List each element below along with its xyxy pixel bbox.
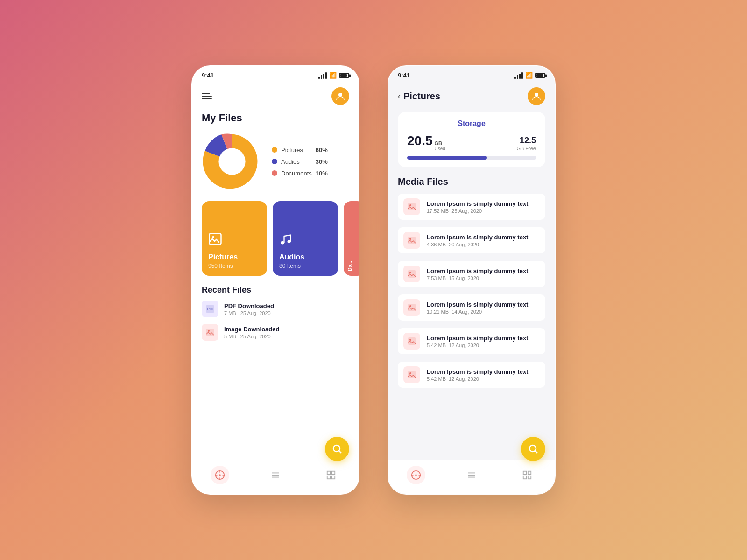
media-icon-box-3 bbox=[403, 299, 420, 316]
legend-pct-documents: 10% bbox=[316, 170, 328, 177]
svg-rect-29 bbox=[408, 337, 416, 345]
nav-home-button[interactable] bbox=[211, 466, 229, 484]
card-audios[interactable]: Audios 80 Items bbox=[273, 201, 338, 276]
search-fab-button-2[interactable] bbox=[521, 437, 545, 461]
file-item-image[interactable]: Image Downloaded 5 MB 25 Aug, 2020 bbox=[202, 324, 349, 341]
pdf-icon: PDF bbox=[205, 304, 215, 314]
status-icons-1: 📶 bbox=[318, 72, 349, 79]
hamburger-line bbox=[202, 96, 212, 97]
signal-icon bbox=[318, 72, 327, 79]
chart-section: Pictures 60% Audios 30% Documents 10% bbox=[192, 131, 359, 201]
media-item-name-4: Lorem Ipsum is simply dummy text bbox=[427, 335, 528, 342]
search-fab-icon bbox=[332, 444, 342, 454]
media-item-0[interactable]: Lorem Ipsum is simply dummy text 17.52 M… bbox=[398, 194, 545, 220]
svg-point-33 bbox=[529, 445, 536, 452]
wifi-icon-2: 📶 bbox=[525, 72, 533, 79]
status-time-1: 9:41 bbox=[202, 72, 214, 79]
avatar-button[interactable] bbox=[331, 87, 349, 105]
card-pictures-count: 950 Items bbox=[208, 263, 261, 269]
legend-dot-audios bbox=[272, 159, 277, 164]
back-button[interactable]: ‹ Pictures bbox=[398, 91, 440, 102]
compass-icon-2 bbox=[411, 470, 421, 480]
svg-point-8 bbox=[208, 330, 210, 332]
nav-grid-button-2[interactable] bbox=[518, 466, 536, 484]
media-file-icon-5 bbox=[407, 370, 416, 379]
search-fab-button[interactable] bbox=[325, 437, 349, 461]
user-icon-2 bbox=[532, 91, 541, 101]
media-icon-box-2 bbox=[403, 266, 420, 282]
card-audios-count: 80 Items bbox=[279, 263, 331, 269]
pie-chart bbox=[202, 131, 262, 192]
media-item-name-5: Lorem Ipsum is simply dummy text bbox=[427, 368, 528, 375]
svg-point-28 bbox=[409, 305, 411, 307]
phone-screen-1: 9:41 📶 My Files bbox=[191, 65, 359, 495]
media-item-meta-1: 4.36 MB 20 Aug, 2020 bbox=[427, 242, 528, 247]
nav-list-button-2[interactable] bbox=[462, 466, 481, 484]
signal-icon-2 bbox=[514, 72, 523, 79]
media-item-1[interactable]: Lorem Ipsum is simply dummy text 4.36 MB… bbox=[398, 227, 545, 253]
phone-screen-2: 9:41 📶 ‹ Pictures Stor bbox=[388, 65, 556, 495]
card-documents-partial[interactable]: Do... bbox=[344, 201, 359, 276]
card-pictures[interactable]: Pictures 950 Items bbox=[202, 201, 267, 276]
image-icon bbox=[208, 232, 222, 246]
avatar-button-2[interactable] bbox=[528, 87, 545, 105]
storage-used: 20.5 GB Used bbox=[407, 133, 445, 151]
storage-numbers: 20.5 GB Used 12.5 GB Free bbox=[407, 133, 536, 151]
nav-list-button[interactable] bbox=[266, 466, 285, 484]
nav-grid-button[interactable] bbox=[322, 466, 340, 484]
svg-rect-42 bbox=[523, 476, 526, 479]
battery-icon bbox=[339, 73, 349, 78]
svg-point-3 bbox=[281, 241, 284, 245]
media-item-name-3: Lorem Ipsum is simply dummy text bbox=[427, 301, 528, 308]
svg-rect-1 bbox=[210, 234, 221, 245]
hamburger-line bbox=[202, 93, 210, 94]
svg-point-24 bbox=[409, 238, 411, 240]
storage-unit-label: GB Used bbox=[435, 140, 445, 151]
legend-pct-pictures: 60% bbox=[316, 147, 328, 154]
svg-rect-23 bbox=[408, 237, 416, 244]
status-time-2: 9:41 bbox=[398, 72, 410, 79]
storage-free-unit: GB Free bbox=[516, 146, 536, 151]
compass-icon bbox=[215, 470, 225, 480]
svg-rect-16 bbox=[327, 471, 330, 474]
storage-used-value: 20.5 bbox=[407, 133, 433, 148]
media-item-2[interactable]: Lorem Ipsum is simply dummy text 7.53 MB… bbox=[398, 261, 545, 287]
svg-point-0 bbox=[338, 93, 342, 97]
music-icon bbox=[279, 233, 292, 246]
legend-label-audios: Audios bbox=[281, 158, 312, 165]
image-icon-box bbox=[202, 324, 218, 341]
svg-rect-41 bbox=[528, 471, 530, 474]
status-bar-2: 9:41 📶 bbox=[388, 66, 555, 83]
media-file-icon-1 bbox=[407, 236, 416, 245]
card-documents-label: Do... bbox=[347, 261, 359, 271]
media-item-name-2: Lorem Ipsum is simply dummy text bbox=[427, 267, 528, 274]
media-item-5[interactable]: Lorem Ipsum is simply dummy text 5.42 MB… bbox=[398, 362, 545, 388]
svg-point-20 bbox=[535, 93, 538, 97]
my-files-title: My Files bbox=[192, 112, 359, 131]
grid-icon-2 bbox=[522, 470, 532, 480]
card-audios-title: Audios bbox=[279, 253, 331, 261]
pdf-icon-box: PDF bbox=[202, 301, 218, 317]
svg-rect-43 bbox=[528, 476, 530, 479]
file-item-pdf[interactable]: PDF PDF Downloaded 7 MB 25 Aug, 2020 bbox=[202, 301, 349, 317]
pdf-file-name: PDF Downloaded bbox=[224, 302, 274, 309]
media-item-info-0: Lorem Ipsum is simply dummy text 17.52 M… bbox=[427, 200, 528, 214]
svg-point-9 bbox=[333, 445, 340, 452]
legend-item-pictures: Pictures 60% bbox=[272, 147, 328, 154]
hamburger-menu-button[interactable] bbox=[202, 93, 212, 99]
media-item-meta-2: 7.53 MB 15 Aug, 2020 bbox=[427, 275, 528, 281]
nav-home-button-2[interactable] bbox=[407, 466, 425, 484]
media-icon-box-1 bbox=[403, 232, 420, 249]
media-item-4[interactable]: Lorem Ipsum is simply dummy text 5.42 MB… bbox=[398, 328, 545, 354]
search-fab-icon-2 bbox=[528, 444, 538, 454]
media-item-3[interactable]: Lorem Ipsum is simply dummy text 10.21 M… bbox=[398, 294, 545, 321]
svg-point-26 bbox=[409, 272, 411, 273]
media-icon-box-5 bbox=[403, 366, 420, 383]
audio-card-icon bbox=[279, 233, 331, 249]
legend-item-audios: Audios 30% bbox=[272, 158, 328, 165]
list-icon-2 bbox=[466, 470, 477, 480]
image-file-icon bbox=[205, 328, 215, 337]
svg-rect-27 bbox=[408, 304, 416, 311]
picture-card-icon bbox=[208, 232, 261, 249]
storage-progress-bar bbox=[407, 156, 536, 160]
